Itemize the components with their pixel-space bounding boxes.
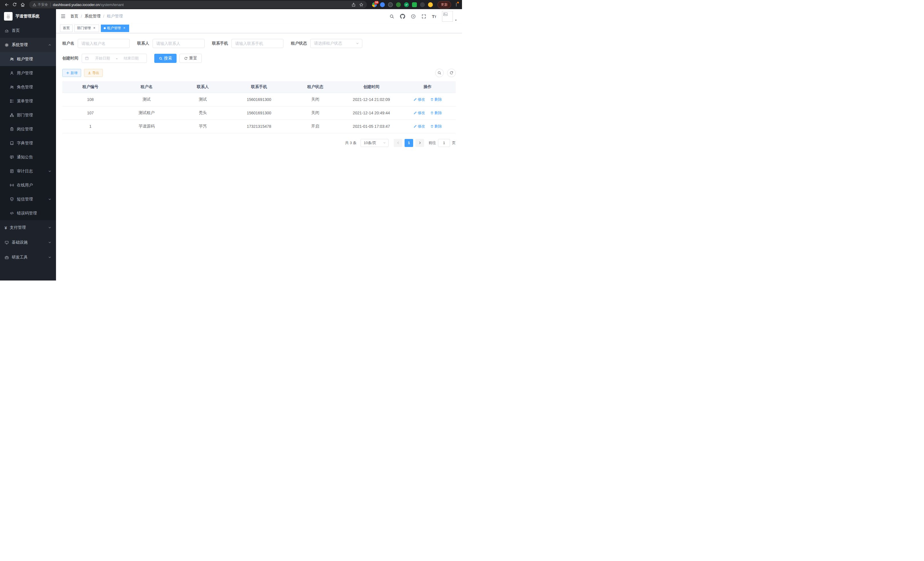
cell-tenant-name: 测试租户 xyxy=(118,106,175,120)
tree-table-icon xyxy=(10,99,14,103)
refresh-table-button[interactable] xyxy=(447,69,456,77)
phone-input[interactable] xyxy=(231,39,284,48)
pagination-total: 共 3 条 xyxy=(345,140,357,146)
next-page-button[interactable] xyxy=(416,139,424,147)
address-bar[interactable]: 不安全 dashboard.yudao.iocoder.cn/system/te… xyxy=(29,1,367,8)
extension-icon-yellow[interactable] xyxy=(428,2,433,7)
browser-toolbar: 不安全 dashboard.yudao.iocoder.cn/system/te… xyxy=(0,0,462,9)
gear-icon xyxy=(4,43,9,47)
edit-button[interactable]: 修改 xyxy=(413,110,425,116)
sidebar-item-user[interactable]: 用户管理 xyxy=(0,66,56,80)
export-button[interactable]: 导出 xyxy=(84,69,103,77)
sidebar-item-tenant[interactable]: 租户管理 xyxy=(0,52,56,66)
breadcrumb-home[interactable]: 首页 xyxy=(70,14,78,19)
delete-button[interactable]: 删除 xyxy=(430,124,442,129)
tab-label: 部门管理 xyxy=(77,26,91,31)
sidebar-item-dict[interactable]: 字典管理 xyxy=(0,136,56,150)
extension-icon-dark[interactable] xyxy=(420,2,425,7)
extension-icon-dark-sphere[interactable] xyxy=(388,2,393,7)
edit-button[interactable]: 修改 xyxy=(413,97,425,102)
caret-down-icon xyxy=(454,19,458,22)
page-size-value: 10条/页 xyxy=(364,140,376,146)
reset-button[interactable]: 重置 xyxy=(179,54,202,63)
tab-home[interactable]: 首页 xyxy=(60,25,73,32)
rabbit-logo-icon xyxy=(5,13,11,20)
sidebar-item-infra[interactable]: 基础设施 xyxy=(0,235,56,250)
search-icon xyxy=(389,14,394,19)
header-search-button[interactable] xyxy=(389,14,394,19)
sidebar-item-payment[interactable]: ¥ 支付管理 xyxy=(0,220,56,235)
sidebar-item-sms[interactable]: 短信管理 xyxy=(0,192,56,206)
delete-icon xyxy=(430,125,434,128)
delete-button[interactable]: 删除 xyxy=(430,110,442,116)
filter-label: 联系人 xyxy=(137,41,149,46)
breadcrumb-system[interactable]: 系统管理 xyxy=(85,14,100,19)
chevron-down-icon xyxy=(356,42,359,45)
sidebar-item-dept[interactable]: 部门管理 xyxy=(0,108,56,122)
dashboard-icon xyxy=(4,29,9,33)
security-indicator[interactable]: 不安全 xyxy=(33,2,48,7)
sidebar-item-post[interactable]: 岗位管理 xyxy=(0,122,56,136)
search-button[interactable]: 搜索 xyxy=(154,54,177,63)
sidebar-item-audit-log[interactable]: 审计日志 xyxy=(0,164,56,178)
browser-update-button[interactable]: 更新 xyxy=(437,1,451,8)
filter-contact: 联系人 xyxy=(137,39,205,48)
extension-icon-blue[interactable] xyxy=(380,2,385,7)
sidebar-item-devtools[interactable]: 研发工具 xyxy=(0,250,56,265)
extension-icon-colorwheel[interactable]: 10 xyxy=(372,2,377,7)
filter-label: 创建时间 xyxy=(62,56,78,61)
filter-phone: 联系手机 xyxy=(212,39,284,48)
user-menu[interactable] xyxy=(442,11,458,22)
close-icon[interactable]: × xyxy=(122,26,126,30)
share-icon[interactable] xyxy=(351,3,356,7)
cell-tenant-id: 1 xyxy=(62,120,118,133)
sidebar-item-notice[interactable]: 通知公告 xyxy=(0,150,56,164)
cell-contact: 测试 xyxy=(175,93,231,106)
date-range-picker[interactable]: 开始日期 - 结束日期 xyxy=(82,54,147,63)
sidebar-item-menu[interactable]: 菜单管理 xyxy=(0,94,56,108)
sidebar-item-error-code[interactable]: 错误码管理 xyxy=(0,206,56,220)
fullscreen-button[interactable] xyxy=(422,14,426,19)
page-number-1[interactable]: 1 xyxy=(405,139,413,147)
add-button[interactable]: 新增 xyxy=(62,69,81,77)
tab-dept[interactable]: 部门管理 × xyxy=(74,25,99,32)
tab-tenant[interactable]: 租户管理 × xyxy=(101,25,129,32)
bookmark-star-icon[interactable] xyxy=(359,3,363,7)
toggle-search-button[interactable] xyxy=(435,69,444,77)
sidebar-item-online-users[interactable]: 在线用户 xyxy=(0,178,56,192)
extension-icon-green-check[interactable] xyxy=(404,2,409,7)
extension-icon-green-square[interactable] xyxy=(412,2,417,7)
delete-button[interactable]: 删除 xyxy=(430,97,442,102)
question-icon: ? xyxy=(411,14,416,19)
sidebar-item-role[interactable]: 角色管理 xyxy=(0,80,56,94)
prev-page-button[interactable] xyxy=(394,139,402,147)
back-button[interactable] xyxy=(3,1,10,8)
font-size-button[interactable]: TT xyxy=(432,14,436,19)
tenant-name-input[interactable] xyxy=(78,39,130,48)
sidebar-item-system[interactable]: 系统管理 xyxy=(0,38,56,52)
reload-button[interactable] xyxy=(11,1,18,8)
home-button[interactable] xyxy=(19,1,26,8)
browser-menu-button[interactable] xyxy=(453,2,459,8)
extension-icon-dark-green[interactable] xyxy=(396,2,401,7)
cell-tenant-id: 107 xyxy=(62,106,118,120)
sidebar-item-label: 通知公告 xyxy=(17,155,33,160)
extensions-cluster: 10 xyxy=(370,2,435,7)
page-size-select[interactable]: 10条/页 xyxy=(361,139,388,147)
help-button[interactable]: ? xyxy=(411,14,416,19)
toolbox-icon xyxy=(4,255,9,260)
sidebar-item-home[interactable]: 首页 xyxy=(0,23,56,38)
sidebar-groups: ¥ 支付管理 基础设施 研发工具 xyxy=(0,220,56,265)
goto-page-input[interactable] xyxy=(438,139,450,147)
table-header-row: 租户编号 租户名 联系人 联系手机 租户状态 创建时间 操作 xyxy=(62,81,456,93)
status-select[interactable]: 请选择租户状态 xyxy=(310,39,362,48)
cell-actions: 修改 删除 xyxy=(399,106,456,120)
contact-input[interactable] xyxy=(153,39,205,48)
sidebar-collapse-button[interactable] xyxy=(61,14,66,19)
cell-created: 2021-01-05 17:03:47 xyxy=(344,120,400,133)
column-header: 租户状态 xyxy=(287,81,344,93)
github-button[interactable] xyxy=(400,14,405,19)
logo-row[interactable]: 芋道管理系统 xyxy=(0,9,56,23)
close-icon[interactable]: × xyxy=(92,26,96,30)
edit-button[interactable]: 修改 xyxy=(413,124,425,129)
